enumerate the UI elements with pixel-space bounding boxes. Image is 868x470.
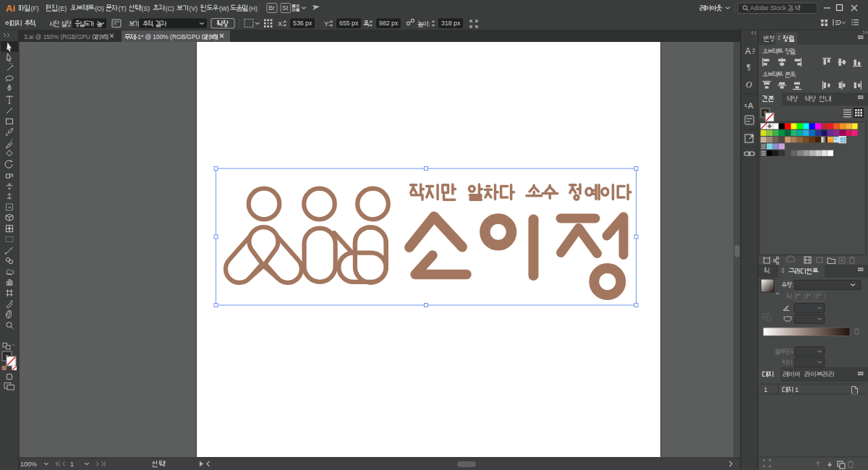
svg-text:St: St <box>282 4 289 12</box>
svg-text::: : <box>795 48 796 56</box>
svg-text:A: A <box>748 101 754 110</box>
svg-text::: : <box>793 359 794 367</box>
svg-text:s: s <box>744 102 747 108</box>
svg-text:(S): (S) <box>142 5 150 12</box>
svg-text:Adobe Stock: Adobe Stock <box>750 4 786 12</box>
svg-text:-1* @ 100% (RGB/GPU: -1* @ 100% (RGB/GPU <box>136 33 200 40</box>
svg-text:1: 1 <box>70 461 74 468</box>
svg-text::: : <box>795 72 796 79</box>
svg-text:(O): (O) <box>95 5 104 12</box>
svg-text:): ) <box>106 33 109 40</box>
svg-text:(E): (E) <box>59 5 67 12</box>
svg-text:1: 1 <box>795 386 799 393</box>
svg-text:A: A <box>745 46 751 56</box>
svg-text:(C): (C) <box>166 5 174 12</box>
svg-text::: : <box>69 20 72 27</box>
svg-text::: : <box>792 281 793 289</box>
svg-text:(V): (V) <box>190 5 198 12</box>
svg-text:318 px: 318 px <box>441 20 461 27</box>
svg-text:655 px: 655 px <box>339 20 359 27</box>
svg-text:Y:: Y: <box>324 20 331 27</box>
svg-text:X:: X: <box>278 20 284 27</box>
svg-text:O: O <box>746 80 752 90</box>
svg-text:1: 1 <box>764 386 767 393</box>
svg-text:¶: ¶ <box>746 63 751 72</box>
svg-text:(T): (T) <box>119 5 127 12</box>
svg-text:3.ai @ 150% (RGB/GPU: 3.ai @ 150% (RGB/GPU <box>24 33 90 40</box>
svg-text:): ) <box>216 33 218 40</box>
svg-text:982 px: 982 px <box>379 20 399 27</box>
svg-text:100%: 100% <box>20 461 37 468</box>
svg-text:536 px: 536 px <box>293 20 312 27</box>
svg-text:Br: Br <box>268 4 275 12</box>
svg-text:Ai: Ai <box>6 3 15 14</box>
svg-text::: : <box>791 294 793 301</box>
svg-text::: : <box>428 20 430 27</box>
svg-text:(F): (F) <box>31 5 39 12</box>
svg-text:(W): (W) <box>219 5 229 12</box>
svg-text:(H): (H) <box>249 5 258 12</box>
